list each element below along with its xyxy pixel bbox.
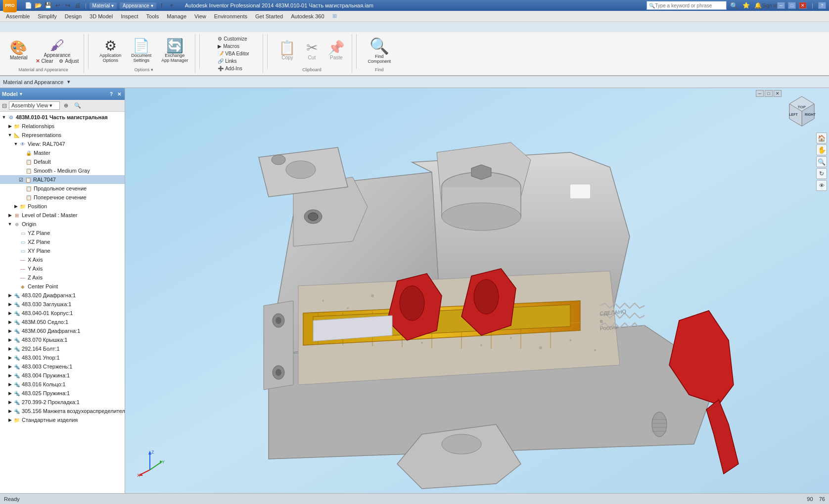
help-search-btn[interactable]: 🔍 <box>730 1 738 10</box>
notifications-btn[interactable]: 🔔 <box>753 1 762 10</box>
panel-close-btn[interactable]: ✕ <box>116 91 123 97</box>
bolt1-expand[interactable]: ▶ <box>7 346 13 352</box>
appearance-dropdown[interactable]: Appearance ▾ <box>120 2 156 9</box>
menu-inspect[interactable]: Inspect <box>117 11 142 21</box>
lod-expand[interactable]: ▶ <box>7 212 13 218</box>
links-btn[interactable]: 🔗 Links <box>216 57 251 65</box>
clear-btn[interactable]: ✕ Clear <box>34 57 55 65</box>
view-expand[interactable]: ▼ <box>13 141 19 147</box>
vp-close[interactable]: ✕ <box>774 90 782 97</box>
title-minimize[interactable]: ─ <box>777 2 785 9</box>
tree-center-point[interactable]: ▶ ◆ Center Point <box>0 282 125 291</box>
qa-open[interactable]: 📂 <box>34 1 43 10</box>
nav-home[interactable]: 🏠 <box>816 133 827 143</box>
material-dropdown[interactable]: Material ▾ <box>90 2 117 9</box>
tree-position[interactable]: ▶ 📁 Position <box>0 202 125 211</box>
tree-ring1[interactable]: ▶ 🔩 483.016 Кольцо:1 <box>0 380 125 389</box>
repr-expand[interactable]: ▼ <box>7 132 13 138</box>
tree-long-section[interactable]: ▶ 📋 Продольное сечение <box>0 184 125 193</box>
customize-btn[interactable]: ⚙ Customize <box>216 35 251 43</box>
g1-expand[interactable]: ▶ <box>7 399 13 405</box>
panel-dropdown-arrow[interactable]: ▾ <box>20 92 22 96</box>
expand-all-btn[interactable]: ⊕ <box>62 101 70 110</box>
tree-z-axis[interactable]: ▶ — Z Axis <box>0 273 125 282</box>
nav-pan[interactable]: ✋ <box>816 144 827 155</box>
ral7047-checkbox[interactable]: ☑ <box>19 177 23 183</box>
tree-saddle1[interactable]: ▶ 🔩 483М.050 Седло:1 <box>0 318 125 326</box>
root-expand[interactable]: ▼ <box>1 114 7 120</box>
tree-x-axis[interactable]: ▶ — X Axis <box>0 255 125 264</box>
search-input[interactable] <box>655 3 724 8</box>
tree-sleeve1[interactable]: ▶ 🔩 305.156 Манжета воздухораспределител… <box>0 407 125 415</box>
nav-orbit[interactable]: ↻ <box>816 168 827 179</box>
title-close[interactable]: ✕ <box>799 2 807 9</box>
tree-yz-plane[interactable]: ▶ ▭ YZ Plane <box>0 229 125 237</box>
tree-diaphragm1[interactable]: ▶ 🔩 483.020 Диафрагна:1 <box>0 291 125 300</box>
tree-spring1[interactable]: ▶ 🔩 483.004 Пружина:1 <box>0 371 125 380</box>
std-expand[interactable]: ▶ <box>7 417 13 423</box>
menu-getstarted[interactable]: Get Started <box>251 11 287 21</box>
menu-environments[interactable]: Environments <box>210 11 251 21</box>
tree-view-ral7047[interactable]: ▼ 👁 View: RAL7047 <box>0 139 125 148</box>
addins-btn[interactable]: ➕ Add-Ins <box>216 65 251 72</box>
tree-xy-plane[interactable]: ▶ ▭ XY Plane <box>0 246 125 255</box>
tree-representations[interactable]: ▼ 📐 Representations <box>0 131 125 139</box>
cut-btn[interactable]: ✂ Cut <box>302 39 322 62</box>
qa-redo[interactable]: ↪ <box>63 1 72 10</box>
tree-smooth-gray[interactable]: ▶ 📋 Smooth - Medium Gray <box>0 166 125 175</box>
tree-lod[interactable]: ▶ ⊞ Level of Detail : Master <box>0 211 125 220</box>
favorites-btn[interactable]: ⭐ <box>741 1 750 10</box>
tree-cover1[interactable]: ▶ 🔩 483.070 Крышка:1 <box>0 335 125 344</box>
origin-expand[interactable]: ▼ <box>7 221 13 227</box>
rel-expand[interactable]: ▶ <box>7 123 13 129</box>
panel-help-btn[interactable]: ? <box>108 91 115 97</box>
menu-design[interactable]: Design <box>61 11 86 21</box>
qa-new[interactable]: 📄 <box>24 1 33 10</box>
help-btn[interactable]: ? <box>818 2 826 9</box>
signin-btn[interactable]: Sign In <box>765 1 774 10</box>
tree-stop1[interactable]: ▶ 🔩 483.001 Упор:1 <box>0 353 125 362</box>
adjust-btn[interactable]: ⚙ Adjust <box>57 57 81 65</box>
menu-simplify[interactable]: Simplify <box>34 11 61 21</box>
doc-settings-btn[interactable]: 📄 DocumentSettings <box>127 37 155 65</box>
tree-default[interactable]: ▶ 📋 Default <box>0 157 125 166</box>
menu-autodesk360[interactable]: Autodesk 360 <box>287 11 328 21</box>
menu-view[interactable]: View <box>190 11 210 21</box>
exchange-app-btn[interactable]: 🔄 ExchangeApp Manager <box>157 37 192 65</box>
tree-std-parts[interactable]: ▶ 📁 Стандартные изделия <box>0 415 125 424</box>
tree-root[interactable]: ▼ ⚙ 483М.010-01 Часть магистральная <box>0 113 125 122</box>
pos-expand[interactable]: ▶ <box>13 203 19 209</box>
sl1-expand[interactable]: ▶ <box>7 408 13 414</box>
viewcube[interactable]: TOP RIGHT LEFT <box>784 94 819 129</box>
tree-plug1[interactable]: ▶ 🔩 483.030 Заглушка:1 <box>0 300 125 309</box>
macros-btn[interactable]: ▶ Macros <box>216 43 251 50</box>
c1-expand[interactable]: ▶ <box>7 337 13 343</box>
r1-expand[interactable]: ▶ <box>7 381 13 387</box>
mat-bar-dropdown[interactable]: ▾ <box>67 79 70 85</box>
qa-fx[interactable]: f <box>157 1 166 10</box>
tree-bolt1[interactable]: ▶ 🔩 292.164 Болт:1 <box>0 344 125 353</box>
search-bar[interactable]: 🔍 <box>646 1 727 10</box>
tree-ral7047-item[interactable]: ☑ 📋 RAL7047 <box>0 175 125 184</box>
tree-cross-section[interactable]: ▶ 📋 Поперечное сечение <box>0 193 125 202</box>
view-dropdown[interactable]: Assembly View ▾ <box>9 101 60 110</box>
qa-undo[interactable]: ↩ <box>53 1 62 10</box>
tree-origin[interactable]: ▼ ⊕ Origin <box>0 220 125 229</box>
rod1-expand[interactable]: ▶ <box>7 364 13 369</box>
menu-expand[interactable]: ⊞ <box>328 11 341 21</box>
tree-master[interactable]: ▶ 🔒 Master <box>0 148 125 157</box>
d2-expand[interactable]: ▶ <box>7 328 13 334</box>
vp-maximize[interactable]: □ <box>765 90 773 97</box>
menu-tools[interactable]: Tools <box>142 11 163 21</box>
tree-rod1[interactable]: ▶ 🔩 483.003 Стержень:1 <box>0 362 125 371</box>
menu-assemble[interactable]: Assemble <box>2 11 34 21</box>
appearance-btn[interactable]: 🖌 Appearance <box>34 37 81 60</box>
qa-save[interactable]: 💾 <box>44 1 52 10</box>
qa-params[interactable]: + <box>167 1 176 10</box>
d1-expand[interactable]: ▶ <box>7 292 13 298</box>
find-component-btn[interactable]: 🔍 FindComponent <box>364 36 395 66</box>
b1-expand[interactable]: ▶ <box>7 310 13 316</box>
sp2-expand[interactable]: ▶ <box>7 390 13 396</box>
sp1-expand[interactable]: ▶ <box>7 372 13 378</box>
copy-btn[interactable]: 📋 Copy <box>275 39 300 62</box>
